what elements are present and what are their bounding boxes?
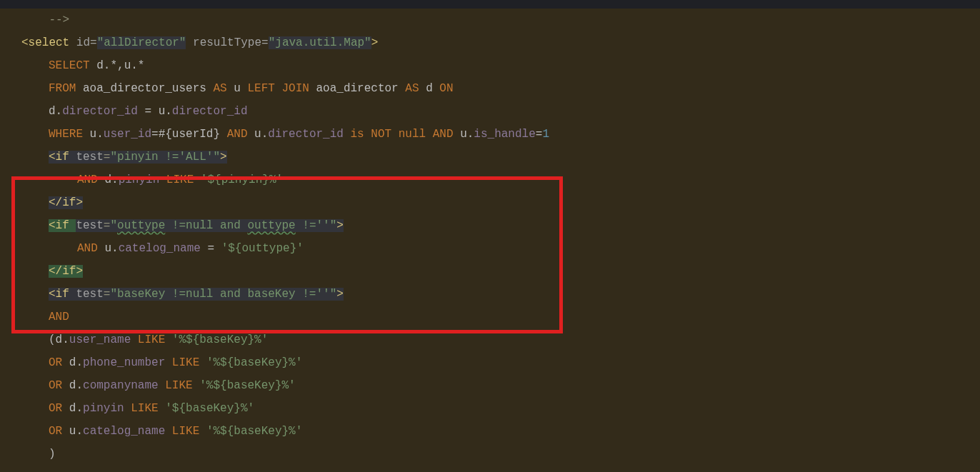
column: catelog_name [83, 425, 172, 438]
code-line: OR d.companyname LIKE '%${baseKey}%' [0, 374, 980, 397]
tag: </if> [49, 196, 83, 209]
sql-kw: AND [227, 128, 254, 141]
attr-value: !=null and [165, 219, 247, 232]
code-line: --> [0, 9, 980, 31]
punct: . [76, 402, 83, 415]
column: phone_number [83, 356, 172, 369]
code-line: <select id="allDirector" resultType="jav… [0, 31, 980, 54]
code-line: OR d.pinyin LIKE '${baseKey}%' [0, 397, 980, 420]
punct: . [111, 242, 119, 255]
tab-strip [0, 0, 980, 9]
punct: = [104, 219, 111, 232]
code-line: AND [0, 306, 980, 328]
column: catelog_name [119, 242, 208, 255]
punct: ) [49, 448, 56, 461]
attr-name: id [76, 36, 90, 49]
sql-kw: LIKE [131, 402, 165, 415]
punct: . [111, 174, 119, 186]
sql-kw: OR [49, 356, 69, 369]
punct: . [261, 128, 269, 141]
sql-kw: ON [439, 82, 453, 95]
code-line: OR u.catelog_name LIKE '%${baseKey}%' [0, 420, 980, 443]
code-line: <if test="baseKey !=null and baseKey !='… [0, 283, 980, 306]
column: director_id [62, 105, 144, 118]
column: director_id [268, 128, 350, 141]
punct: = [90, 36, 97, 49]
punct: . [76, 379, 83, 392]
attr-value: "pinyin !='ALL'" [110, 151, 220, 164]
string: '${baseKey}%' [165, 402, 254, 415]
ident: u [234, 82, 247, 95]
ident: u [90, 128, 97, 141]
ident: d [69, 356, 76, 369]
number: 1 [542, 128, 549, 141]
column: user_name [69, 333, 138, 346]
sql-kw: is NOT null AND [351, 128, 461, 141]
column: director_id [172, 105, 248, 118]
string: '${outtype}' [221, 242, 304, 255]
sql-kw: OR [49, 425, 69, 438]
code-line: </if> [0, 260, 980, 283]
sql-kw: LIKE [172, 356, 206, 369]
comment: --> [21, 14, 69, 26]
ident: u [69, 425, 76, 438]
punct: . [96, 128, 104, 141]
sql-kw: LIKE [172, 425, 206, 438]
ident: d [104, 174, 111, 186]
ident: d [426, 82, 439, 95]
ident: u [254, 128, 261, 141]
ident: d [96, 59, 104, 72]
text: =#{userId} [151, 128, 227, 141]
column: companyname [83, 379, 165, 392]
code-line: <if test="pinyin !='ALL'"> [0, 146, 980, 169]
sql-kw: WHERE [49, 128, 90, 141]
punct: . [62, 333, 69, 346]
code-line: FROM aoa_director_users AS u LEFT JOIN a… [0, 77, 980, 100]
tag: <if [49, 151, 76, 164]
punct: . [165, 105, 172, 118]
sql-kw: AND [49, 311, 69, 323]
ident: u [159, 105, 166, 118]
attr-name: test [76, 219, 103, 232]
punct: . [467, 128, 474, 141]
sql-kw: SELECT [49, 59, 96, 72]
attr-value: "baseKey !=null and baseKey !=''" [110, 288, 336, 301]
code-line: OR d.phone_number LIKE '%${baseKey}%' [0, 351, 980, 374]
punct: .* [131, 59, 144, 72]
sql-kw: LEFT JOIN [247, 82, 316, 95]
attr-name: test [76, 151, 103, 164]
tag: > [336, 219, 344, 232]
code-editor[interactable]: --> <select id="allDirector" resultType=… [0, 9, 980, 466]
tag-gutter-new: </if> [49, 265, 83, 278]
column: pinyin [83, 402, 131, 415]
punct: .*, [104, 59, 124, 72]
sql-kw: LIKE [166, 174, 201, 186]
sql-kw: LIKE [165, 379, 199, 392]
op: = [144, 105, 158, 118]
attr-name: resultType [186, 36, 261, 49]
attr-value: "java.util.Map" [269, 36, 371, 49]
ident: d [69, 402, 76, 415]
code-line: SELECT d.*,u.* [0, 54, 980, 77]
punct: = [104, 151, 111, 164]
sql-kw: AND [77, 242, 104, 255]
string: '%${baseKey}%' [206, 356, 302, 369]
ident: u [104, 242, 111, 255]
ident: aoa_director [316, 82, 405, 95]
code-line: </if> [0, 191, 980, 214]
code-line: <if test="outtype !=null and outtype !='… [0, 214, 980, 237]
op: = [207, 242, 221, 255]
sql-kw: AS [405, 82, 426, 95]
code-line: ) [0, 443, 980, 466]
sql-kw: AS [213, 82, 234, 95]
tag: > [336, 288, 344, 301]
column: is_handle [474, 128, 535, 141]
attr-value-warn: outtype [117, 219, 165, 232]
code-line: AND u.catelog_name = '${outtype}' [0, 237, 980, 260]
punct: . [76, 356, 83, 369]
sql-kw: LIKE [138, 333, 172, 346]
attr-value: " [110, 219, 117, 232]
sql-kw: OR [49, 402, 69, 415]
string: '%${baseKey}%' [199, 379, 295, 392]
op: = [536, 128, 543, 141]
